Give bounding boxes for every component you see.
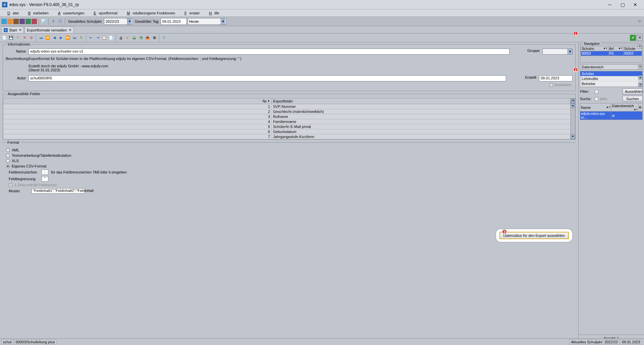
filter-icon[interactable]: ▼ — [124, 35, 130, 41]
period-combo[interactable]: Heute▼ — [187, 18, 226, 25]
schuljahr-combo[interactable]: 2022/23▼ — [104, 18, 133, 25]
nav-first-icon[interactable]: ⏮ — [38, 35, 44, 41]
undo-icon[interactable]: ↶ — [15, 35, 21, 41]
firstrow-checkbox[interactable]: ✓ — [9, 183, 12, 187]
nav-fwd-icon[interactable]: ▶ — [58, 35, 64, 41]
menu-bearbeiten[interactable]: Bearbeiten — [23, 10, 51, 16]
module-icon-2[interactable] — [7, 19, 13, 24]
table-row[interactable]: 1SVP-Nummer — [3, 104, 571, 109]
help-icon[interactable]: ? — [161, 35, 167, 41]
menu-auswertungen[interactable]: Auswertungen — [53, 10, 87, 16]
auswaehlen-button[interactable]: Auswählen — [623, 88, 643, 94]
close-icon[interactable]: ✕ — [632, 2, 639, 7]
erstellt-input[interactable]: 09.01.2023 — [539, 75, 573, 81]
feldtrenn-input[interactable]: ; — [42, 169, 48, 175]
export-select-button[interactable]: Datensätze für den Export auswählen — [499, 232, 569, 239]
scroll-down-icon[interactable]: ▼ — [638, 83, 642, 87]
menu-modulbezogene[interactable]: Modulbezogene Funktionen — [121, 10, 178, 16]
autor-input[interactable]: schul0003RS — [29, 75, 506, 81]
arrow-in-icon[interactable]: ⇤ — [88, 35, 94, 41]
col-datenbereich[interactable]: Datenbereich▲1 — [611, 104, 639, 112]
maximize-icon[interactable]: ▢ — [619, 2, 626, 7]
help-icon[interactable]: ? — [50, 18, 56, 24]
table-scrollbar[interactable]: ⚙ ▲ ▼ — [571, 98, 575, 139]
export-icon[interactable]: 📤 — [145, 35, 151, 41]
school-row[interactable]: 00003 RS 00003 — [581, 51, 642, 56]
scroll-up-icon[interactable]: ▲ — [571, 103, 575, 108]
col-schulnr[interactable]: Schulnr.▲1 — [581, 46, 608, 51]
confirm-icon[interactable]: ✔ — [630, 35, 636, 41]
table-row[interactable]: 5Schüler/in E-Mail privat — [3, 124, 571, 129]
tag-input[interactable]: 09.01.2023 — [161, 18, 187, 25]
muster-input[interactable]: "Feldinhalt1";"Feldinhalt2";"Feldinhalt — [32, 188, 85, 194]
new-icon[interactable]: 📄 — [1, 35, 7, 41]
scroll-gear-icon[interactable]: ⚙ — [571, 98, 575, 103]
radio-xml[interactable]: XML — [6, 148, 570, 152]
menu-datei[interactable]: Datei — [2, 10, 21, 16]
module-icon-4[interactable] — [19, 19, 25, 24]
nav-last-icon[interactable]: ⏭ — [71, 35, 77, 41]
module-icon-6[interactable] — [32, 19, 37, 24]
cancel-icon[interactable]: ⊘ — [28, 35, 34, 41]
suchen-button[interactable]: Suchen — [623, 96, 643, 102]
scroll-down-icon[interactable]: ▼ — [571, 134, 575, 139]
gear-icon[interactable]: ⚙ — [638, 65, 642, 69]
tree-icon[interactable]: ⊞ — [151, 35, 157, 41]
chevron-down-icon[interactable]: ▼ — [568, 49, 572, 54]
gruppe-combo[interactable]: ▼ — [542, 49, 573, 55]
aktiv-checkbox[interactable] — [595, 97, 598, 101]
name-input[interactable]: edjufy-edoo-sys-schueler-csv-v1 — [29, 49, 509, 55]
menu-fenster[interactable]: Fenster — [179, 10, 202, 16]
table-row[interactable]: 3Rufname — [3, 114, 571, 119]
info-icon[interactable]: ⓘ — [57, 18, 63, 24]
settings-icon[interactable]: ⚙ — [637, 18, 643, 24]
delete-icon[interactable]: ✕ — [21, 35, 28, 41]
col-name[interactable]: Name▲2 — [580, 104, 611, 112]
feldbegrenz-input[interactable]: " — [42, 176, 48, 182]
list-scrollbar[interactable]: ▲ ▼ — [638, 75, 642, 87]
table-row[interactable]: 7Jahrgangsstufe.Kurzform — [3, 134, 571, 139]
gear-icon[interactable]: ⚙ — [638, 45, 642, 49]
tab-exportformate[interactable]: Exportformate verwalten ✕ — [24, 26, 74, 33]
tool-icon-2[interactable]: ⬔ — [138, 35, 144, 41]
table-row[interactable]: 2Geschlecht (männlich/weiblich) — [3, 109, 571, 114]
radio-csv[interactable]: Eigenes CSV-Format — [6, 164, 570, 168]
chevron-down-icon[interactable]: ▼ — [221, 18, 225, 24]
tab-start[interactable]: e Start ✕ — [1, 26, 24, 33]
deaktiviert-checkbox[interactable] — [549, 83, 553, 87]
chevron-down-icon[interactable]: ▼ — [127, 18, 132, 24]
refresh-icon[interactable]: ↻ — [78, 35, 84, 41]
tool-icon-1[interactable]: ⬓ — [131, 35, 137, 41]
tab-close-icon[interactable]: ✕ — [69, 28, 71, 32]
nav-fastfwd-icon[interactable]: ⏩ — [65, 35, 71, 41]
radio-xls[interactable]: XLS — [6, 159, 570, 163]
scroll-up-icon[interactable]: ▲ — [638, 75, 642, 79]
col-nr[interactable]: Nr. ▲ — [3, 98, 272, 104]
gear-icon[interactable]: ⚙ — [639, 104, 643, 112]
col-art[interactable]: Art▲2 — [608, 46, 623, 51]
print-icon[interactable]: 🖨 — [118, 35, 124, 41]
col-export[interactable]: Exportfelder — [272, 98, 571, 104]
bereich-lehrkraefte[interactable]: Lehrkräfte — [580, 76, 642, 81]
menu-hilfe[interactable]: Hilfe — [204, 10, 222, 16]
module-icon-3[interactable] — [13, 19, 19, 24]
nav-fastback-icon[interactable]: ⏪ — [45, 35, 51, 41]
export-list-row[interactable]: edjufy-edoo-sys-sc… st — [580, 112, 643, 120]
copy-icon[interactable]: 📋 — [101, 35, 107, 41]
chart-icon[interactable]: 📊 — [41, 18, 47, 24]
bereich-betriebe[interactable]: Betriebe — [580, 81, 642, 86]
menu-exportformat[interactable]: Exportformat — [88, 10, 120, 16]
radio-txt[interactable]: Textverarbeitung/Tabellenkalkulation — [6, 153, 570, 157]
filter-checkbox[interactable] — [595, 90, 598, 93]
paste-icon[interactable]: 📄 — [108, 35, 114, 41]
save-icon[interactable]: 💾 — [8, 35, 14, 41]
minimize-icon[interactable]: ─ — [606, 2, 613, 7]
tab-close-icon[interactable]: ✕ — [19, 28, 21, 32]
table-row[interactable]: 4Familienname — [3, 119, 571, 124]
module-icon-1[interactable] — [1, 19, 7, 24]
bereich-schueler[interactable]: Schüler — [580, 71, 642, 76]
panel-close-icon[interactable]: ✕ — [637, 35, 643, 41]
module-icon-5[interactable] — [25, 19, 31, 24]
nav-back-icon[interactable]: ◀ — [51, 35, 57, 41]
table-row[interactable]: 6Geburtsdatum — [3, 129, 571, 134]
